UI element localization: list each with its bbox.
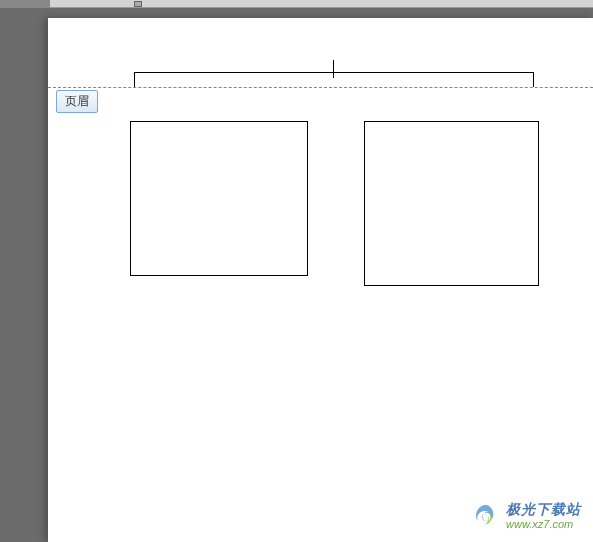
- watermark-text-group: 极光下载站 www.xz7.com: [506, 502, 581, 529]
- watermark-url: www.xz7.com: [506, 518, 581, 530]
- ruler: [0, 0, 593, 8]
- watermark-logo-icon: [472, 502, 500, 530]
- document-page[interactable]: 页眉 极光下载站 www.xz7.com: [48, 18, 593, 542]
- header-boundary-line: [48, 87, 593, 88]
- ruler-indent-marker[interactable]: [134, 1, 142, 7]
- watermark: 极光下载站 www.xz7.com: [472, 502, 581, 530]
- content-box-right[interactable]: [364, 121, 539, 286]
- content-box-left[interactable]: [130, 121, 308, 276]
- ruler-margin: [0, 0, 50, 8]
- header-label-tag[interactable]: 页眉: [56, 90, 98, 113]
- header-label-text: 页眉: [65, 94, 89, 108]
- header-box-sides: [134, 73, 534, 87]
- watermark-title: 极光下载站: [506, 502, 581, 517]
